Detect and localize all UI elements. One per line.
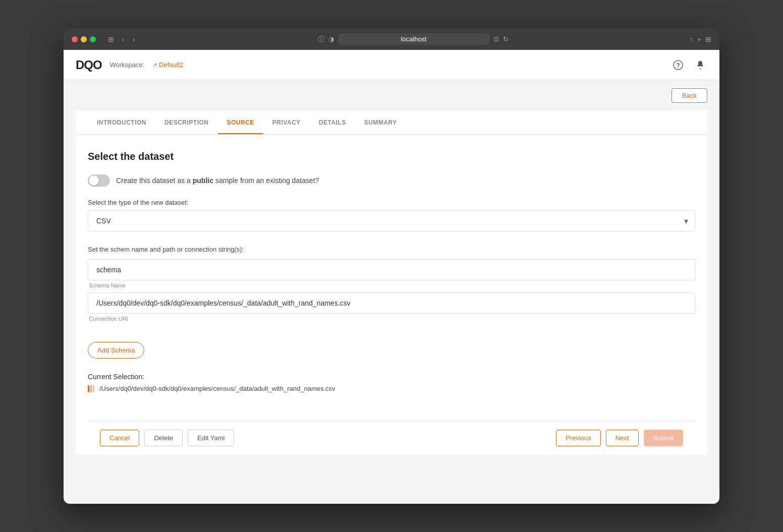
grid-icon[interactable]: ⊞ [705,35,711,43]
app-container: DQO Workspace: ↗ Default2 ? [64,50,719,504]
schema-name-input[interactable] [88,259,695,280]
connection-uri-group: Connection URI [88,292,695,322]
notification-bell-icon[interactable] [693,58,707,72]
browser-back[interactable]: ‹ [120,34,127,44]
browser-toolbar: ⊞ ‹ › [106,34,137,44]
tab-details[interactable]: DETAILS [310,111,355,134]
workspace-label: Workspace: [110,61,144,69]
csv-bar-3 [93,385,94,392]
traffic-light-red[interactable] [72,36,78,42]
connection-uri-input[interactable] [88,292,695,314]
current-selection-path: /Users/dq0/dev/dq0-sdk/dq0/examples/cens… [99,385,335,392]
share-icon[interactable]: ↑ [690,35,693,43]
browser-chrome: ⊞ ‹ › ⓘ ◑ localhost ⊡ ↻ ↑ + ⊞ [64,28,719,50]
toggle-thumb [89,175,99,186]
app-logo: DQO [76,58,102,72]
app-header: DQO Workspace: ↗ Default2 ? [64,50,719,80]
toggle-label-prefix: Create this dataset as a [116,176,193,185]
previous-button[interactable]: Previous [556,430,601,446]
address-bar-container: ⓘ ◑ localhost ⊡ ↻ [143,33,683,45]
browser-sidebar-toggle[interactable]: ⊞ [106,34,116,44]
toggle-label: Create this dataset as a public sample f… [116,176,319,185]
address-bar[interactable]: localhost [338,33,489,45]
csv-bar-2 [90,385,92,392]
schema-section: Set the schem name and path or connectio… [88,246,695,322]
public-sample-toggle[interactable] [88,174,110,187]
theme-icon: ◑ [328,35,334,43]
schema-name-group: Schema Name [88,259,695,288]
svg-text:?: ? [676,62,680,69]
info-icon: ⓘ [318,35,324,44]
current-selection-label: Current Selection: [88,373,695,381]
browser-forward[interactable]: › [131,34,137,44]
dataset-type-select-wrapper: CSV JSON Parquet ▾ [88,210,695,231]
submit-button[interactable]: Submit [644,430,683,446]
traffic-lights [72,36,96,42]
edit-yaml-button[interactable]: Edit Yaml [188,430,234,446]
toggle-label-suffix: sample from an existing dataset? [213,176,319,185]
add-schema-button[interactable]: Add Schema [88,342,144,359]
current-selection-value: /Users/dq0/dev/dq0-sdk/dq0/examples/cens… [88,385,695,392]
dataset-type-select[interactable]: CSV JSON Parquet [88,210,695,231]
connection-uri-hint: Connection URI [88,316,695,322]
header-left: DQO Workspace: ↗ Default2 [76,58,184,72]
section-title: Select the dataset [88,151,695,162]
csv-file-icon [88,385,94,392]
tab-introduction[interactable]: INTRODUCTION [88,111,155,134]
main-content: INTRODUCTION DESCRIPTION SOURCE PRIVACY … [76,111,707,454]
schema-name-hint: Schema Name [88,282,695,288]
workspace-name[interactable]: Default2 [159,61,183,69]
tab-privacy[interactable]: PRIVACY [263,111,310,134]
action-left: Cancel Delete Edit Yaml [100,430,234,446]
tab-source[interactable]: SOURCE [218,111,263,134]
next-button[interactable]: Next [606,430,639,446]
action-right: Previous Next Submit [556,430,683,446]
tab-summary[interactable]: SUMMARY [355,111,406,134]
sub-header: Back [64,80,719,111]
toggle-label-bold: public [193,176,213,185]
workspace-link[interactable]: ↗ Default2 [152,61,183,69]
header-right: ? [671,58,707,72]
help-icon[interactable]: ? [671,58,685,72]
refresh-icon[interactable]: ↻ [503,35,509,43]
browser-actions: ↑ + ⊞ [690,35,711,43]
delete-button[interactable]: Delete [144,430,183,446]
cancel-button[interactable]: Cancel [100,430,139,446]
tab-description[interactable]: DESCRIPTION [155,111,218,134]
translate-icon: ⊡ [493,35,499,43]
schema-section-label: Set the schem name and path or connectio… [88,246,695,253]
browser-window: ⊞ ‹ › ⓘ ◑ localhost ⊡ ↻ ↑ + ⊞ DQO Worksp… [64,28,719,504]
back-button[interactable]: Back [672,88,707,103]
csv-bar-1 [88,385,89,392]
toggle-row: Create this dataset as a public sample f… [88,174,695,187]
action-bar: Cancel Delete Edit Yaml Previous Next Su… [88,421,695,454]
arrow-icon: ↗ [152,62,157,69]
dataset-type-label: Select the type of the new dataset: [88,199,695,206]
form-content: Select the dataset Create this dataset a… [76,135,707,421]
traffic-light-green[interactable] [90,36,96,42]
new-tab-icon[interactable]: + [697,35,701,43]
tabs-bar: INTRODUCTION DESCRIPTION SOURCE PRIVACY … [76,111,707,135]
toggle-track [88,174,110,187]
traffic-light-yellow[interactable] [81,36,87,42]
current-selection: Current Selection: /Users/dq0/dev/dq0-sd… [88,373,695,392]
